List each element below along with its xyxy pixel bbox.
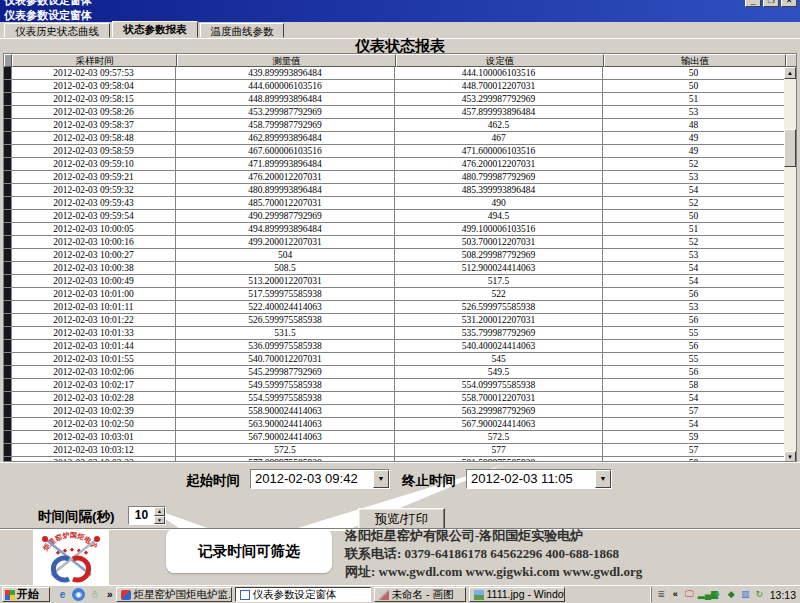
tab-status-report[interactable]: 状态参数报表 <box>112 21 198 38</box>
quick-launch-more-icon[interactable]: » <box>107 589 113 600</box>
table-row[interactable]: 2012-02-03 09:59:32480.899993896484485.3… <box>4 184 796 197</box>
row-selector[interactable] <box>4 431 12 443</box>
table-row[interactable]: 2012-02-03 10:00:16499.200012207031503.7… <box>4 236 796 249</box>
row-selector[interactable] <box>4 80 12 92</box>
table-row[interactable]: 2012-02-03 09:58:59467.600006103516471.6… <box>4 145 796 158</box>
row-selector[interactable] <box>4 106 12 118</box>
row-selector[interactable] <box>4 327 12 339</box>
row-selector[interactable] <box>4 236 12 248</box>
network-error-icon[interactable]: 🖵 <box>684 589 695 600</box>
row-selector[interactable] <box>4 119 12 131</box>
messenger-icon[interactable]: ☃ <box>88 588 101 601</box>
scrollbar-thumb[interactable] <box>784 129 796 167</box>
internet-explorer-icon[interactable]: e <box>56 588 69 601</box>
table-row[interactable]: 2012-02-03 09:57:53439.899993896484444.1… <box>4 67 796 80</box>
table-row[interactable]: 2012-02-03 10:01:44536.099975585938540.4… <box>4 340 796 353</box>
table-row[interactable]: 2012-02-03 10:02:06545.299987792969549.5… <box>4 366 796 379</box>
table-row[interactable]: 2012-02-03 09:58:48462.89999389648446749 <box>4 132 796 145</box>
table-row[interactable]: 2012-02-03 09:58:26453.299987792969457.8… <box>4 106 796 119</box>
spin-down-icon[interactable]: ▼ <box>154 516 165 525</box>
row-selector[interactable] <box>4 210 12 222</box>
end-time-combobox[interactable]: 2012-02-03 11:05 ▼ <box>466 469 612 489</box>
vertical-scrollbar[interactable]: ▲ ▼ <box>784 67 796 462</box>
table-row[interactable]: 2012-02-03 10:02:17549.599975585938554.0… <box>4 379 796 392</box>
table-row[interactable]: 2012-02-03 09:59:10471.899993896484476.2… <box>4 158 796 171</box>
scroll-down-icon[interactable]: ▼ <box>784 451 796 462</box>
row-selector[interactable] <box>4 197 12 209</box>
row-selector[interactable] <box>4 392 12 404</box>
row-selector[interactable] <box>4 223 12 235</box>
row-selector[interactable] <box>4 288 12 300</box>
table-row[interactable]: 2012-02-03 10:00:38508.5512.900024414063… <box>4 262 796 275</box>
taskbar-item-image-viewer[interactable]: 1111.jpg - Windows ... <box>469 587 565 602</box>
row-selector[interactable] <box>4 314 12 326</box>
update-sync-icon[interactable]: ↻ <box>754 589 765 600</box>
table-row[interactable]: 2012-02-03 10:00:05494.899993896484499.1… <box>4 223 796 236</box>
window-titlebar[interactable]: 仪表参数设定窗体 <box>0 8 800 22</box>
table-row[interactable]: 2012-02-03 10:01:00517.59997558593852256 <box>4 288 796 301</box>
table-row[interactable]: 2012-02-03 10:01:11522.400024414063526.5… <box>4 301 796 314</box>
row-selector[interactable] <box>4 366 12 378</box>
row-selector[interactable] <box>4 418 12 430</box>
table-row[interactable]: 2012-02-03 10:02:39558.900024414063563.2… <box>4 405 796 418</box>
row-selector[interactable] <box>4 340 12 352</box>
taskbar-item-furnace-monitor[interactable]: 炬星窑炉国炬电炉监... <box>116 587 232 602</box>
signal-bars-icon[interactable]: ▂▄▆ <box>698 589 709 600</box>
row-selector[interactable] <box>4 275 12 287</box>
row-selector[interactable] <box>4 353 12 365</box>
scroll-up-icon[interactable]: ▲ <box>784 67 796 79</box>
row-selector[interactable] <box>4 67 12 79</box>
col-header-set-value[interactable]: 设定值 <box>396 54 604 67</box>
col-header-sample-time[interactable]: 采样时间 <box>12 54 177 67</box>
row-selector[interactable] <box>4 158 12 170</box>
table-row[interactable]: 2012-02-03 09:58:04444.600006103516448.7… <box>4 80 796 93</box>
restore-button[interactable]: ❐ <box>763 0 779 7</box>
table-row[interactable]: 2012-02-03 10:03:01567.900024414063572.5… <box>4 431 796 444</box>
table-row[interactable]: 2012-02-03 09:59:21476.200012207031480.7… <box>4 171 796 184</box>
media-player-icon[interactable]: ◉ <box>72 588 85 601</box>
row-selector[interactable] <box>4 184 12 196</box>
chevron-down-icon[interactable]: ▼ <box>595 470 611 488</box>
table-row[interactable]: 2012-02-03 09:59:43485.70001220703149052 <box>4 197 796 210</box>
taskbar-item-instrument-window[interactable]: 仪表参数设定窗体 <box>235 587 371 602</box>
row-selector[interactable] <box>4 262 12 274</box>
table-row[interactable]: 2012-02-03 09:58:37458.799987792969462.5… <box>4 119 796 132</box>
collapse-tray-icon[interactable]: « <box>670 589 681 600</box>
chevron-down-icon[interactable]: ▼ <box>373 470 389 488</box>
table-row[interactable]: 2012-02-03 10:03:12572.557757 <box>4 444 796 457</box>
start-time-combobox[interactable]: 2012-02-03 09:42 ▼ <box>250 469 390 489</box>
row-selector[interactable] <box>4 301 12 313</box>
taskbar-item-paint[interactable]: 未命名 - 画图 <box>374 587 466 602</box>
table-row[interactable]: 2012-02-03 09:59:54490.299987792969494.5… <box>4 210 796 223</box>
minimize-button[interactable]: _ <box>745 0 761 7</box>
spin-up-icon[interactable]: ▲ <box>154 507 165 516</box>
table-row[interactable]: 2012-02-03 10:02:28554.599975585938558.7… <box>4 392 796 405</box>
table-row[interactable]: 2012-02-03 09:58:15448.899993896484453.2… <box>4 93 796 106</box>
row-selector[interactable] <box>4 145 12 157</box>
table-row[interactable]: 2012-02-03 10:00:27504508.29998779296953 <box>4 249 796 262</box>
row-selector[interactable] <box>4 444 12 456</box>
row-selector[interactable] <box>4 405 12 417</box>
tab-history-curve[interactable]: 仪表历史状态曲线 <box>4 23 110 38</box>
row-selector[interactable] <box>4 249 12 261</box>
row-selector[interactable] <box>4 93 12 105</box>
col-header-output-value[interactable]: 输出值 <box>604 54 786 67</box>
interval-stepper[interactable]: 10 ▲ ▼ <box>128 506 166 525</box>
start-button[interactable]: 开始 <box>2 587 50 602</box>
close-button[interactable]: ✕ <box>781 0 797 7</box>
antivirus-icon[interactable]: ● <box>712 589 723 600</box>
row-selector[interactable] <box>4 379 12 391</box>
row-selector[interactable] <box>4 132 12 144</box>
table-row[interactable]: 2012-02-03 10:02:50563.900024414063567.9… <box>4 418 796 431</box>
table-row[interactable]: 2012-02-03 10:01:55540.70001220703154555 <box>4 353 796 366</box>
row-selector[interactable] <box>4 171 12 183</box>
language-bar-icon[interactable]: ≣ <box>656 589 667 600</box>
security-shield-icon[interactable]: ◆ <box>726 589 737 600</box>
col-header-measured-value[interactable]: 测量值 <box>177 54 396 67</box>
table-row[interactable]: 2012-02-03 10:00:49513.200012207031517.5… <box>4 275 796 288</box>
table-row[interactable]: 2012-02-03 10:01:22526.599975585938531.2… <box>4 314 796 327</box>
tab-temperature-params[interactable]: 温度曲线参数 <box>200 23 284 38</box>
table-row[interactable]: 2012-02-03 10:01:33531.5535.799987792969… <box>4 327 796 340</box>
chart-monitor-icon[interactable]: ▥ <box>740 589 751 600</box>
background-window-titlebar[interactable]: 仪表参数设定窗体 _ ❐ ✕ <box>0 0 800 8</box>
